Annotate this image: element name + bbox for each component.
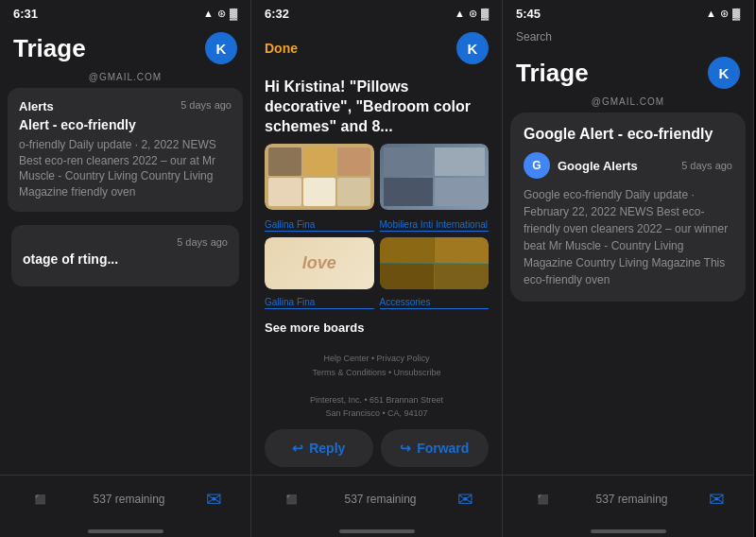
boards-grid-top	[251, 144, 502, 210]
basket-2	[435, 237, 489, 263]
board-img-2	[380, 144, 490, 210]
right-bottom-bar: ◾ 537 remaining ✉	[503, 475, 753, 522]
archive-icon-left[interactable]: ◾	[28, 488, 52, 511]
email-subject-2: otage of rting...	[23, 251, 228, 268]
email-meta-2: 5 days ago	[23, 236, 228, 248]
left-home-bar	[88, 529, 163, 533]
left-phone-panel: 6:31 ▲ ⊛ ▓ Triage K @GMAIL.COM Alerts 5 …	[0, 0, 251, 537]
archive-icon-right[interactable]: ◾	[531, 488, 555, 511]
mail-icon-left[interactable]: ✉	[206, 488, 222, 511]
left-status-bar: 6:31 ▲ ⊛ ▓	[0, 0, 250, 26]
email-time-2: 5 days ago	[177, 236, 228, 248]
love-decoration: love	[302, 253, 336, 273]
email-card-2[interactable]: 5 days ago otage of rting...	[11, 225, 239, 286]
forward-label: Forward	[417, 441, 469, 456]
mail-icon-right[interactable]: ✉	[709, 488, 725, 511]
forward-icon: ↪	[400, 441, 411, 456]
left-time: 6:31	[13, 7, 38, 21]
see-more-boards[interactable]: See more boards	[251, 315, 502, 340]
left-email-list: Alerts 5 days ago Alert - eco-friendly o…	[0, 88, 250, 475]
boards-grid-bottom: love	[251, 237, 502, 289]
left-app-title: Triage	[13, 34, 86, 63]
board-name-1: Gallina Fina	[265, 219, 374, 232]
board-name-text-3: Gallina Fina	[265, 297, 315, 307]
large-email-card[interactable]: Google Alert - eco-friendly G Google Ale…	[510, 113, 746, 302]
right-home-bar	[591, 529, 666, 533]
left-gmail-label: @GMAIL.COM	[0, 72, 250, 82]
middle-phone-panel: 6:32 ▲ ⊛ ▓ Done K Hi Kristina! "Pillows …	[251, 0, 503, 537]
pillow-4	[268, 178, 301, 206]
right-time: 5:45	[516, 7, 541, 21]
middle-home-bar	[339, 529, 415, 533]
right-app-header: Triage K	[503, 51, 753, 96]
board-labels-row1: Gallina Fina Mobiliera Inti Internationa…	[251, 219, 502, 232]
footer-address-1: Pinterest, Inc. • 651 Brannan Street	[310, 395, 443, 405]
signal-icon: ▲	[203, 8, 214, 19]
email-footer-links: Help Center • Privacy Policy Terms & Con…	[251, 348, 502, 422]
wifi-icon-mid: ⊛	[469, 8, 477, 20]
middle-app-header: Done K	[251, 26, 502, 72]
email-sender-1: Alerts	[19, 99, 54, 113]
left-status-icons: ▲ ⊛ ▓	[203, 8, 237, 20]
large-email-time: 5 days ago	[681, 160, 732, 171]
board-underline-4	[380, 308, 490, 309]
board-name-text-1: Gallina Fina	[265, 219, 315, 230]
colorscheme-grid	[384, 147, 486, 206]
left-avatar[interactable]: K	[205, 32, 237, 64]
left-bottom-bar: ◾ 537 remaining ✉	[0, 475, 250, 522]
board-name-text-2: Mobiliera Inti International	[380, 219, 489, 230]
battery-icon-right: ▓	[732, 8, 740, 19]
middle-status-icons: ▲ ⊛ ▓	[455, 8, 489, 20]
right-email-area: Google Alert - eco-friendly G Google Ale…	[503, 113, 753, 475]
right-status-icons: ▲ ⊛ ▓	[706, 8, 740, 20]
email-preview-1: o-friendly Daily update · 2, 2022 NEWS B…	[19, 137, 232, 200]
board-underline-2	[380, 231, 490, 232]
middle-time: 6:32	[265, 7, 289, 21]
right-phone-panel: 5:45 ▲ ⊛ ▓ Search Triage K @GMAIL.COM Go…	[503, 0, 754, 537]
middle-email-subject: Hi Kristina! "Pillows decorative", "Bedr…	[251, 72, 502, 144]
right-app-title: Triage	[516, 59, 589, 88]
email-card-1[interactable]: Alerts 5 days ago Alert - eco-friendly o…	[8, 88, 243, 212]
pillow-1	[268, 147, 301, 176]
board-item-2	[380, 144, 490, 210]
cs-2	[435, 147, 485, 176]
pillow-6	[337, 178, 370, 206]
middle-avatar[interactable]: K	[456, 32, 489, 64]
reply-icon: ↩	[292, 441, 303, 456]
right-avatar[interactable]: K	[708, 57, 740, 89]
battery-icon: ▓	[230, 8, 237, 19]
battery-icon-mid: ▓	[481, 8, 489, 19]
left-app-header: Triage K	[0, 26, 250, 72]
right-home-indicator	[503, 522, 753, 537]
search-label: Search	[516, 30, 552, 43]
mail-icon-mid[interactable]: ✉	[457, 488, 473, 511]
right-remaining: 537 remaining	[595, 493, 667, 506]
board-name-4: Accessories	[380, 297, 490, 309]
forward-button[interactable]: ↪ Forward	[381, 429, 490, 467]
right-search-bar[interactable]: Search	[503, 26, 753, 51]
pillow-2	[303, 147, 336, 176]
signal-icon-mid: ▲	[455, 8, 465, 19]
footer-text-1: Help Center • Privacy Policy	[323, 354, 429, 363]
large-email-subject: Google Alert - eco-friendly	[524, 126, 732, 143]
right-status-bar: 5:45 ▲ ⊛ ▓	[503, 0, 753, 26]
done-button[interactable]: Done	[265, 41, 298, 56]
email-subject-1: Alert - eco-friendly	[19, 117, 232, 133]
basket-3	[380, 264, 434, 289]
reply-button[interactable]: ↩ Reply	[265, 429, 373, 467]
board-item-4	[380, 237, 490, 289]
board-name-2: Mobiliera Inti International	[380, 219, 490, 232]
board-img-4	[380, 237, 490, 289]
large-email-body: Google eco-friendly Daily update · Febru…	[524, 186, 732, 288]
google-avatar: G	[524, 152, 550, 179]
email-meta-1: Alerts 5 days ago	[19, 99, 232, 113]
footer-address-2: San Francisco • CA, 94107	[325, 408, 427, 418]
board-img-3: love	[265, 237, 374, 289]
middle-status-bar: 6:32 ▲ ⊛ ▓	[251, 0, 502, 26]
archive-icon-mid[interactable]: ◾	[280, 488, 303, 511]
pillow-grid	[268, 147, 370, 206]
signal-icon-right: ▲	[706, 8, 716, 19]
middle-bottom-bar: ◾ 537 remaining ✉	[251, 475, 502, 522]
large-email-header: G Google Alerts 5 days ago	[524, 152, 732, 179]
board-name-text-4: Accessories	[380, 297, 431, 307]
